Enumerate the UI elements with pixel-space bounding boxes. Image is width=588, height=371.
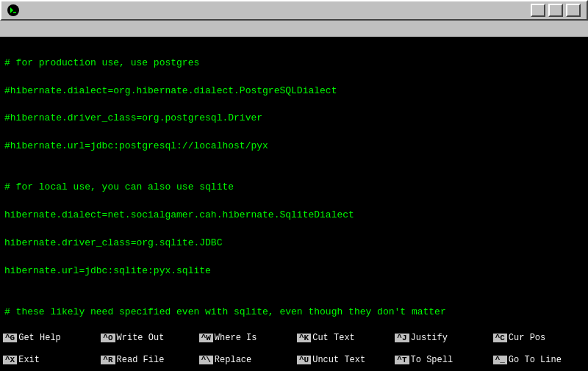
shortcut-item: ^J Justify bbox=[392, 327, 490, 349]
shortcuts-bar: ^G Get Help ^O Write Out ^W Where Is ^K … bbox=[0, 327, 588, 371]
shortcut-key: ^R bbox=[101, 356, 115, 364]
shortcut-key: ^O bbox=[101, 334, 115, 342]
shortcut-key: ^\ bbox=[199, 356, 213, 364]
editor-line: hibernate.driver_class=org.sqlite.JDBC bbox=[4, 237, 584, 251]
shortcut-key: ^J bbox=[395, 334, 409, 342]
shortcut-label: Where Is bbox=[215, 333, 257, 343]
shortcut-label: Uncut Text bbox=[312, 355, 365, 365]
editor-line: #hibernate.dialect=org.hibernate.dialect… bbox=[4, 84, 584, 98]
shortcut-key: ^W bbox=[199, 334, 213, 342]
shortcut-label: Exit bbox=[18, 355, 40, 365]
shortcut-label: To Spell bbox=[411, 355, 453, 365]
shortcut-item: ^X Exit bbox=[0, 349, 98, 371]
shortcut-item: ^T To Spell bbox=[392, 349, 490, 371]
title-bar-controls bbox=[531, 4, 581, 17]
shortcut-item: ^W Where Is bbox=[196, 327, 294, 349]
editor-area[interactable]: # for production use, use postgres #hibe… bbox=[0, 37, 588, 327]
shortcut-label: Write Out bbox=[117, 333, 165, 343]
shortcut-item: ^_ Go To Line bbox=[490, 349, 588, 371]
minimize-button[interactable] bbox=[531, 4, 545, 17]
editor-line: #hibernate.driver_class=org.postgresql.D… bbox=[4, 112, 584, 126]
nano-header bbox=[0, 21, 588, 37]
editor-line: # these likely need specified even with … bbox=[4, 306, 584, 320]
shortcut-label: Justify bbox=[411, 333, 448, 343]
svg-marker-0 bbox=[10, 7, 13, 13]
shortcut-key: ^G bbox=[3, 334, 17, 342]
shortcut-key: ^_ bbox=[493, 356, 507, 364]
editor-line: hibernate.url=jdbc:sqlite:pyx.sqlite bbox=[4, 264, 584, 278]
shortcut-label: Cut Text bbox=[312, 333, 355, 343]
maximize-button[interactable] bbox=[548, 4, 563, 17]
shortcut-key: ^C bbox=[493, 334, 507, 342]
editor-line: # for local use, you can also use sqlite bbox=[4, 181, 584, 195]
shortcut-item: ^K Cut Text bbox=[294, 327, 392, 349]
title-bar-left bbox=[7, 4, 24, 16]
shortcut-label: Go To Line bbox=[509, 355, 562, 365]
editor-line: # for production use, use postgres bbox=[4, 57, 584, 71]
shortcut-item: ^G Get Help bbox=[0, 327, 98, 349]
shortcut-label: Get Help bbox=[18, 333, 61, 343]
shortcut-item: ^C Cur Pos bbox=[490, 327, 588, 349]
editor-line: hibernate.dialect=net.socialgamer.cah.hi… bbox=[4, 209, 584, 223]
shortcut-key: ^X bbox=[3, 356, 17, 364]
close-button[interactable] bbox=[566, 4, 581, 17]
shortcut-item: ^O Write Out bbox=[98, 327, 196, 349]
shortcut-key: ^T bbox=[395, 356, 409, 364]
shortcut-key: ^K bbox=[297, 334, 311, 342]
shortcut-label: Cur Pos bbox=[509, 333, 545, 343]
shortcut-key: ^U bbox=[297, 356, 311, 364]
editor-line: #hibernate.url=jdbc:postgresql://localho… bbox=[4, 140, 584, 154]
shortcut-item: ^\ Replace bbox=[196, 349, 294, 371]
shortcut-item: ^R Read File bbox=[98, 349, 196, 371]
shortcut-item: ^U Uncut Text bbox=[294, 349, 392, 371]
title-bar bbox=[0, 0, 588, 21]
terminal-icon bbox=[7, 4, 19, 16]
shortcut-label: Replace bbox=[215, 355, 251, 365]
shortcut-label: Read File bbox=[117, 355, 165, 365]
